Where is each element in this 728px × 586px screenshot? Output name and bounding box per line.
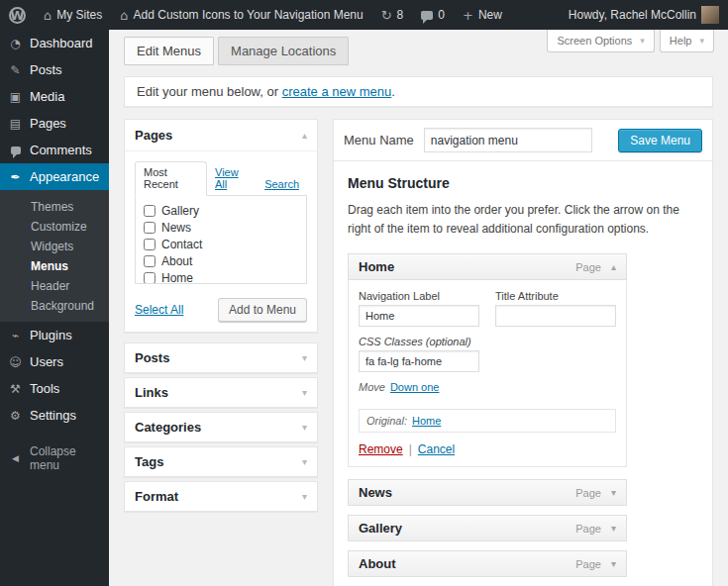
sidebar-item-pages[interactable]: ▤ Pages <box>0 110 109 137</box>
panel-categories[interactable]: Categories ▾ <box>124 412 318 442</box>
chevron-down-icon[interactable]: ▾ <box>611 523 616 534</box>
panel-posts[interactable]: Posts ▾ <box>124 342 318 373</box>
sidebar-item-dashboard[interactable]: ◔ Dashboard <box>0 30 109 56</box>
new-content-menu[interactable]: + New <box>454 0 511 30</box>
my-account-menu[interactable]: Howdy, Rachel McCollin <box>560 0 728 30</box>
menu-item-type: Page <box>575 558 601 570</box>
comments-menu[interactable]: 0 <box>412 0 454 30</box>
move-row: Move Down one <box>359 381 616 393</box>
page-checkbox-item[interactable]: News <box>144 221 298 235</box>
save-menu-button[interactable]: Save Menu <box>618 129 702 152</box>
page-checkbox[interactable] <box>144 272 156 284</box>
plus-icon: + <box>463 8 473 23</box>
nav-label-input[interactable] <box>359 305 479 327</box>
sidebar-item-plugins[interactable]: ⌁ Plugins <box>0 322 109 348</box>
submenu-item-header[interactable]: Header <box>0 276 109 296</box>
original-label: Original: <box>366 415 407 427</box>
sidebar-item-tools[interactable]: ⚒ Tools <box>0 375 109 402</box>
submenu-item-themes[interactable]: Themes <box>0 197 109 217</box>
chevron-down-icon[interactable]: ▾ <box>302 387 307 398</box>
sidebar-item-posts[interactable]: ✎ Posts <box>0 56 109 83</box>
page-checkbox-item[interactable]: About <box>144 254 298 268</box>
wordpress-logo-menu[interactable]: W <box>0 0 35 30</box>
site-name-menu[interactable]: ⌂ Add Custom Icons to Your Navigation Me… <box>111 0 371 30</box>
chevron-down-icon[interactable]: ▾ <box>611 487 616 498</box>
sidebar-item-comments[interactable]: Comments <box>0 137 109 163</box>
menu-item-type: Page <box>575 261 601 273</box>
tab-most-recent[interactable]: Most Recent <box>135 161 207 196</box>
move-down-link[interactable]: Down one <box>390 381 440 393</box>
select-all-link[interactable]: Select All <box>135 303 183 317</box>
collapse-menu-button[interactable]: ◀ Collapse menu <box>0 439 109 478</box>
sidebar-item-label: Comments <box>30 143 92 157</box>
tab-edit-menus[interactable]: Edit Menus <box>124 37 214 65</box>
move-label: Move <box>359 381 385 393</box>
tab-view-all[interactable]: View All <box>207 162 257 195</box>
panel-links[interactable]: Links ▾ <box>124 377 318 408</box>
home-icon: ⌂ <box>120 8 128 23</box>
sidebar-item-settings[interactable]: ⚙ Settings <box>0 402 109 429</box>
howdy-text: Howdy, Rachel McCollin <box>569 8 696 22</box>
my-sites-label: My Sites <box>56 8 102 22</box>
notice-box: Edit your menu below, or create a new me… <box>124 76 713 107</box>
sidebar-item-appearance[interactable]: ✒ Appearance <box>0 163 109 190</box>
add-to-menu-button[interactable]: Add to Menu <box>218 298 307 322</box>
panel-title: Categories <box>135 420 201 435</box>
panel-format[interactable]: Format ▾ <box>124 481 318 512</box>
page-checkbox[interactable] <box>144 239 156 250</box>
menu-item-type: Page <box>575 487 601 499</box>
chevron-up-icon[interactable]: ▴ <box>611 261 616 272</box>
my-sites-menu[interactable]: ⌂ My Sites <box>35 0 111 30</box>
remove-link[interactable]: Remove <box>359 442 403 456</box>
cancel-link[interactable]: Cancel <box>418 442 455 456</box>
menu-item-news[interactable]: News Page ▾ <box>348 479 627 506</box>
pages-panel: Pages ▴ Most Recent View All Search Gall… <box>124 119 318 333</box>
chevron-down-icon[interactable]: ▾ <box>302 352 307 363</box>
menu-item-home: Home Page ▴ Navigation Label Title Attri… <box>348 253 698 467</box>
menu-item-gallery[interactable]: Gallery Page ▾ <box>348 515 627 541</box>
sidebar-item-label: Media <box>30 89 64 104</box>
page-checkbox-item[interactable]: Contact <box>144 238 298 251</box>
chevron-down-icon[interactable]: ▾ <box>302 456 307 467</box>
notice-suffix: . <box>391 84 395 99</box>
help-button[interactable]: Help ▾ <box>660 30 714 52</box>
title-attr-input[interactable] <box>495 305 616 327</box>
page-checkbox[interactable] <box>144 222 156 234</box>
submenu-item-widgets[interactable]: Widgets <box>0 237 109 256</box>
menu-structure-section: Menu Structure Drag each item into the o… <box>334 161 712 586</box>
menu-item-handle-home[interactable]: Home Page ▴ <box>348 253 627 280</box>
panel-title: Format <box>135 489 178 504</box>
sidebar-item-users[interactable]: ☺ Users <box>0 348 109 375</box>
comments-bubble-icon <box>421 11 433 20</box>
submenu-item-customize[interactable]: Customize <box>0 217 109 237</box>
updates-menu[interactable]: ↻ 8 <box>372 0 413 30</box>
menu-name-input[interactable] <box>424 128 592 152</box>
page-checkbox-item[interactable]: Home <box>144 271 298 284</box>
panel-tags[interactable]: Tags ▾ <box>124 446 318 477</box>
submenu-item-background[interactable]: Background <box>0 296 109 316</box>
menu-item-about[interactable]: About Page ▾ <box>348 550 627 577</box>
original-home-link[interactable]: Home <box>412 415 441 427</box>
submenu-item-menus[interactable]: Menus <box>0 256 109 276</box>
pages-panel-header[interactable]: Pages ▴ <box>125 120 317 151</box>
css-classes-input[interactable] <box>359 350 479 372</box>
page-checkbox[interactable] <box>144 255 156 267</box>
menu-item-settings-home: Navigation Label Title Attribute CSS Cla… <box>348 280 627 467</box>
chevron-up-icon[interactable]: ▴ <box>302 130 307 141</box>
chevron-down-icon[interactable]: ▾ <box>302 491 307 502</box>
chevron-down-icon[interactable]: ▾ <box>302 422 307 433</box>
create-new-menu-link[interactable]: create a new menu <box>282 84 392 99</box>
appearance-submenu: Themes Customize Widgets Menus Header Ba… <box>0 190 109 322</box>
comments-bubble-icon <box>11 146 21 154</box>
menu-boxes-column: Pages ▴ Most Recent View All Search Gall… <box>124 119 318 512</box>
page-checkbox-item[interactable]: Gallery <box>144 204 298 218</box>
screen-options-button[interactable]: Screen Options ▾ <box>547 30 654 52</box>
chevron-down-icon[interactable]: ▾ <box>611 558 616 569</box>
sidebar-item-label: Users <box>30 354 63 369</box>
appearance-icon: ✒ <box>8 170 23 184</box>
tab-search[interactable]: Search <box>257 174 307 195</box>
tab-manage-locations[interactable]: Manage Locations <box>218 37 349 65</box>
pages-panel-body: Most Recent View All Search Gallery News <box>125 151 317 332</box>
page-checkbox[interactable] <box>144 205 156 217</box>
sidebar-item-media[interactable]: ▣ Media <box>0 83 109 110</box>
